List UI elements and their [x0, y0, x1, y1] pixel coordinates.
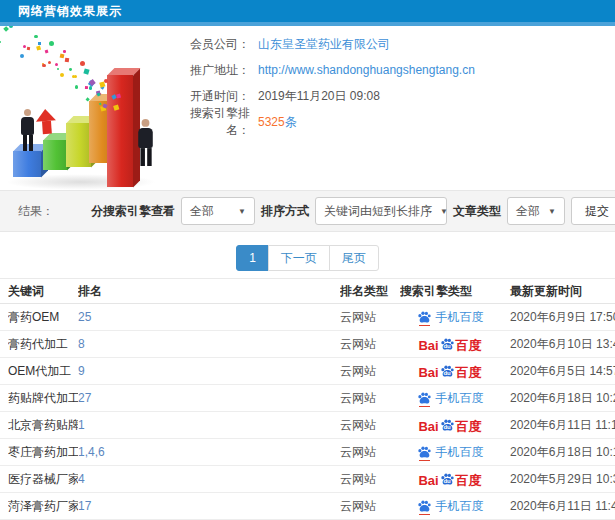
- rank-link[interactable]: 17: [78, 499, 91, 513]
- table-row: 枣庄膏药加工1,4,6云网站手机百度2020年6月18日 10:19: [0, 439, 615, 466]
- mobile-baidu-icon: [417, 445, 432, 460]
- engine-rank-value: 5325条: [258, 114, 297, 131]
- engine-view-select[interactable]: 全部 ▼: [181, 197, 255, 225]
- rank-type-cell: 云网站: [340, 417, 400, 434]
- header-engine-type: 搜索引擎类型: [400, 283, 500, 300]
- confetti-dot: [38, 42, 41, 45]
- updated-cell: 2020年6月5日 14:57: [500, 363, 615, 380]
- member-company-link[interactable]: 山东皇圣堂药业有限公司: [258, 36, 390, 53]
- updated-cell: 2020年6月18日 10:19: [500, 444, 615, 461]
- rank-cell: 1: [78, 418, 340, 432]
- mobile-baidu-icon: [417, 310, 432, 325]
- rank-type-cell: 云网站: [340, 390, 400, 407]
- table-row: 医疗器械厂家4云网站Baidu百度2020年5月29日 10:32: [0, 466, 615, 493]
- article-type-select[interactable]: 全部 ▼: [507, 197, 565, 225]
- last-page-button[interactable]: 尾页: [329, 245, 379, 271]
- table-body: 膏药OEM25云网站手机百度2020年6月9日 17:50膏药代加工8云网站Ba…: [0, 304, 615, 520]
- company-info-fields: 会员公司： 山东皇圣堂药业有限公司 推广地址： http://www.shand…: [170, 31, 615, 135]
- confetti-dot: [20, 54, 24, 58]
- keyword-cell: 菏泽膏药厂家: [8, 498, 78, 515]
- confetti-dot: [75, 85, 78, 88]
- page-1-button[interactable]: 1: [236, 245, 269, 271]
- bar-chart-illustration: [0, 26, 185, 190]
- article-type-label: 文章类型: [453, 203, 501, 220]
- confetti-dot: [74, 75, 77, 78]
- bar-front-face: [13, 151, 41, 177]
- baidu-logo-prefix: Bai: [418, 474, 438, 487]
- table-row: 药贴牌代加工27云网站手机百度2020年6月18日 10:25: [0, 385, 615, 412]
- chevron-down-icon: ▼: [432, 207, 448, 216]
- rank-cell: 4: [78, 472, 340, 486]
- baidu-logo[interactable]: Baidu百度: [418, 418, 481, 433]
- mobile-baidu-icon: [417, 499, 432, 514]
- updated-cell: 2020年5月29日 10:32: [500, 471, 615, 488]
- sort-select[interactable]: 关键词由短到长排序 ▼: [315, 197, 447, 225]
- engine-cell: 手机百度: [400, 498, 500, 515]
- engine-rank-row: 搜索引擎排名： 5325条: [170, 109, 615, 135]
- engine-cell: 手机百度: [400, 444, 500, 461]
- person-legs: [138, 148, 153, 166]
- next-page-button[interactable]: 下一页: [268, 245, 330, 271]
- mobile-baidu-label: 手机百度: [436, 390, 484, 407]
- baidu-logo[interactable]: Baidu百度: [418, 364, 481, 379]
- confetti-dot: [23, 45, 27, 49]
- baidu-paw-icon: du: [440, 364, 455, 379]
- mobile-baidu-label: 手机百度: [436, 309, 484, 326]
- updated-cell: 2020年6月18日 10:25: [500, 390, 615, 407]
- rank-type-cell: 云网站: [340, 471, 400, 488]
- confetti-dot: [83, 69, 89, 75]
- person-body: [21, 117, 34, 135]
- submit-button[interactable]: 提交: [571, 197, 615, 225]
- rank-link[interactable]: 1: [78, 418, 85, 432]
- mobile-baidu-label: 手机百度: [436, 444, 484, 461]
- rank-type-cell: 云网站: [340, 309, 400, 326]
- rank-cell: 9: [78, 364, 340, 378]
- rank-type-value: 云网站: [340, 310, 376, 324]
- rank-link[interactable]: 1,4,6: [78, 445, 105, 459]
- chart-bar: [13, 151, 41, 177]
- confetti-dot: [0, 41, 1, 43]
- rank-link[interactable]: 27: [78, 391, 91, 405]
- updated-value: 2020年6月10日 13:40: [510, 337, 615, 351]
- header-keyword: 关键词: [8, 283, 78, 300]
- rank-cell: 27: [78, 391, 340, 405]
- person-leg: [29, 135, 33, 151]
- rank-link[interactable]: 25: [78, 310, 91, 324]
- person-body: [138, 128, 153, 148]
- rank-link[interactable]: 8: [78, 337, 85, 351]
- mobile-baidu-link[interactable]: 手机百度: [417, 498, 484, 515]
- engine-cell: Baidu百度: [400, 337, 500, 352]
- baidu-paw-text: du: [440, 424, 455, 430]
- confetti-dot: [89, 86, 93, 90]
- keyword-cell: 枣庄膏药加工: [8, 444, 78, 461]
- promo-url-link[interactable]: http://www.shandonghuangshengtang.cn: [258, 63, 475, 77]
- updated-cell: 2020年6月11日 11:40: [500, 498, 615, 515]
- baidu-logo[interactable]: Baidu百度: [418, 472, 481, 487]
- chart-bar: [66, 123, 91, 167]
- rank-link[interactable]: 4: [78, 472, 85, 486]
- mobile-baidu-link[interactable]: 手机百度: [417, 309, 484, 326]
- engine-rank-unit: 条: [285, 115, 297, 129]
- mobile-baidu-link[interactable]: 手机百度: [417, 390, 484, 407]
- confetti-dot: [55, 63, 58, 66]
- filter-controls: 分搜索引擎查看 全部 ▼ 排序方式 关键词由短到长排序 ▼ 文章类型 全部 ▼ …: [91, 197, 615, 225]
- keyword-cell: 北京膏药贴牌: [8, 417, 78, 434]
- engine-cell: 手机百度: [400, 309, 500, 326]
- rank-link[interactable]: 9: [78, 364, 85, 378]
- baidu-paw-icon: du: [440, 337, 455, 352]
- engine-rank-count: 5325: [258, 115, 285, 129]
- header-updated: 最新更新时间: [500, 283, 615, 300]
- mobile-baidu-link[interactable]: 手机百度: [417, 444, 484, 461]
- sort-label: 排序方式: [261, 203, 309, 220]
- rank-type-cell: 云网站: [340, 498, 400, 515]
- member-company-row: 会员公司： 山东皇圣堂药业有限公司: [170, 31, 615, 57]
- baidu-logo-suffix: 百度: [456, 474, 482, 487]
- confetti-dot: [48, 61, 51, 64]
- baidu-paw-text: du: [440, 370, 455, 376]
- confetti-dot: [26, 47, 29, 50]
- article-type-selected: 全部: [516, 203, 540, 220]
- confetti-dot: [9, 26, 14, 28]
- growth-arrow-icon: [35, 108, 57, 134]
- rank-type-cell: 云网站: [340, 336, 400, 353]
- baidu-logo[interactable]: Baidu百度: [418, 337, 481, 352]
